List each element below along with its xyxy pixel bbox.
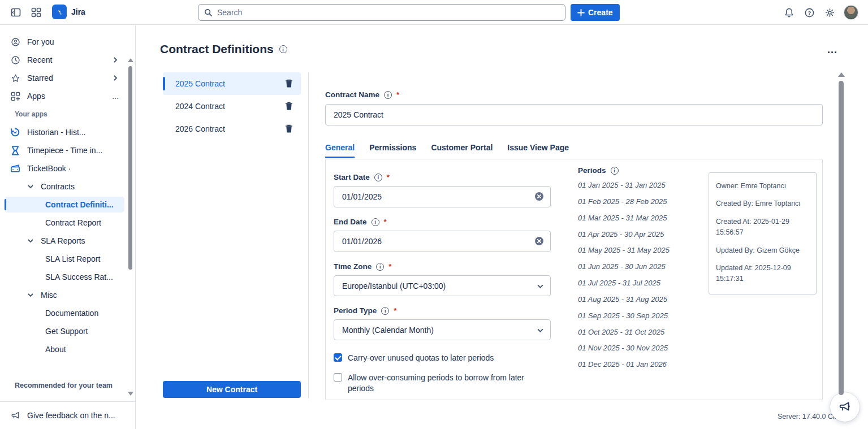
info-icon[interactable]: i <box>384 91 392 99</box>
main-scroll-up-arrow[interactable] <box>838 72 845 77</box>
chevron-right-icon[interactable] <box>112 57 119 63</box>
search-input[interactable]: Search <box>198 4 565 21</box>
contract-name-input[interactable] <box>325 104 823 125</box>
delete-trash-icon[interactable] <box>285 102 293 111</box>
required-asterisk: * <box>396 90 399 99</box>
period-item: 01 Aug 2025 - 31 Aug 2025 <box>578 294 674 305</box>
tab-permissions[interactable]: Permissions <box>369 143 416 158</box>
person-icon <box>10 37 20 47</box>
settings-gear-icon[interactable] <box>822 5 837 20</box>
sidebar-item-historian[interactable]: Historian - Hist... <box>5 124 124 140</box>
required-asterisk: * <box>384 218 387 226</box>
checkbox-label: Allow over-consuming periods to borrow f… <box>348 372 543 394</box>
start-date-input[interactable] <box>334 186 551 207</box>
give-feedback-button[interactable]: Give feedback on the n... <box>5 408 124 423</box>
app-switcher-icon[interactable] <box>28 5 44 20</box>
sidebar-item-contract-definitions[interactable]: Contract Definiti... <box>5 197 124 213</box>
notifications-icon[interactable] <box>781 5 797 20</box>
sidebar-scroll-down-arrow[interactable] <box>128 392 133 396</box>
feedback-floating-button[interactable] <box>830 392 860 422</box>
delete-trash-icon[interactable] <box>285 79 293 88</box>
info-icon[interactable]: i <box>376 263 384 271</box>
info-icon[interactable]: i <box>372 218 379 226</box>
sidebar-item-misc[interactable]: Misc <box>5 287 124 303</box>
sidebar-item-label: SLA Success Rat... <box>45 272 119 281</box>
borrow-checkbox[interactable] <box>334 373 342 382</box>
info-icon[interactable]: i <box>374 174 382 181</box>
chevron-down-icon <box>27 292 34 298</box>
sidebar-item-about[interactable]: About <box>5 341 124 357</box>
sidebar-item-contract-report[interactable]: Contract Report <box>5 215 124 231</box>
checkbox-label: Carry-over unused quotas to later period… <box>348 353 494 363</box>
info-icon[interactable]: i <box>381 307 389 315</box>
sidebar-item-timepiece[interactable]: Timepiece - Time in... <box>5 142 124 158</box>
period-item: 01 Jul 2025 - 31 Jul 2025 <box>578 278 674 289</box>
required-asterisk: * <box>394 306 396 315</box>
new-contract-button[interactable]: New Contract <box>163 381 301 398</box>
info-icon[interactable]: i <box>279 45 287 53</box>
sidebar-item-label: Apps <box>27 92 105 101</box>
contract-list-item[interactable]: 2025 Contract <box>163 72 301 95</box>
sidebar-item-sla-reports[interactable]: SLA Reports <box>5 233 124 249</box>
page-more-menu[interactable]: ... <box>827 44 837 56</box>
apps-grid-icon <box>10 92 20 101</box>
contract-name: 2025 Contract <box>175 79 285 88</box>
end-date-input[interactable] <box>334 231 551 252</box>
sidebar-item-for-you[interactable]: For you <box>5 34 124 50</box>
clear-field-icon[interactable] <box>534 192 544 201</box>
sidebar-item-ticketbook[interactable]: TicketBook · <box>5 161 124 176</box>
sidebar-item-get-support[interactable]: Get Support <box>5 323 124 339</box>
tab-general[interactable]: General <box>325 143 355 158</box>
collapse-sidebar-icon[interactable] <box>8 5 24 20</box>
period-type-select[interactable]: Monthly (Calendar Month) <box>334 319 551 340</box>
user-avatar[interactable] <box>844 5 858 20</box>
sidebar-scrollbar[interactable] <box>128 66 132 270</box>
delete-trash-icon[interactable] <box>285 124 293 133</box>
sidebar-item-label: Get Support <box>45 327 119 336</box>
sidebar-item-apps[interactable]: Apps ... <box>5 88 124 104</box>
search-placeholder: Search <box>217 8 242 17</box>
sidebar-item-label: Recent <box>27 55 105 64</box>
your-apps-heading: Your apps <box>15 110 47 118</box>
jira-logo-icon <box>52 5 67 19</box>
sidebar-item-contracts[interactable]: Contracts <box>5 179 124 194</box>
contract-list-item[interactable]: 2024 Contract <box>163 95 301 118</box>
info-icon[interactable]: i <box>611 167 619 175</box>
page-title: Contract Definitions <box>160 42 274 56</box>
sidebar-item-label: Documentation <box>45 309 119 318</box>
borrow-checkbox-row[interactable]: Allow over-consuming periods to borrow f… <box>334 372 551 394</box>
required-asterisk: * <box>387 173 390 181</box>
clear-field-icon[interactable] <box>534 236 544 246</box>
app-name: Jira <box>71 7 85 16</box>
chevron-right-icon[interactable] <box>112 75 119 81</box>
sidebar-item-label: TicketBook · <box>27 164 119 173</box>
sidebar-scroll-up-arrow[interactable] <box>128 58 133 62</box>
sidebar-item-sla-list-report[interactable]: SLA List Report <box>5 251 124 267</box>
tab-issue-view-page[interactable]: Issue View Page <box>507 143 569 158</box>
clock-icon <box>10 55 20 65</box>
periods-label: Periods <box>578 166 606 175</box>
jira-home-link[interactable]: Jira <box>52 5 85 19</box>
help-icon[interactable]: ? <box>801 5 817 20</box>
sidebar-item-documentation[interactable]: Documentation <box>5 305 124 321</box>
more-icon[interactable]: ... <box>112 92 119 101</box>
time-zone-select[interactable]: Europe/Istanbul (UTC+03:00) <box>334 275 551 296</box>
carry-over-checkbox-row[interactable]: Carry-over unused quotas to later period… <box>334 353 551 363</box>
create-button[interactable]: Create <box>571 4 620 21</box>
tab-customer-portal[interactable]: Customer Portal <box>431 143 493 158</box>
sidebar-item-label: Contracts <box>41 182 119 191</box>
period-item: 01 Feb 2025 - 28 Feb 2025 <box>578 197 674 207</box>
general-tab-panel: Start Date i * End Date i * <box>325 159 823 400</box>
required-asterisk: * <box>388 262 391 271</box>
carry-over-checkbox[interactable] <box>334 353 342 362</box>
recommended-heading: Recommended for your team <box>15 382 113 389</box>
contract-list-item[interactable]: 2026 Contract <box>163 118 301 140</box>
megaphone-icon <box>10 411 20 420</box>
contract-name: 2026 Contract <box>175 124 285 133</box>
period-item: 01 Sep 2025 - 30 Sep 2025 <box>578 311 674 322</box>
sidebar-item-sla-success-rate[interactable]: SLA Success Rat... <box>5 269 124 285</box>
main-scrollbar[interactable] <box>839 81 844 395</box>
end-date-label: End Date <box>334 218 367 226</box>
sidebar-item-recent[interactable]: Recent <box>5 52 124 68</box>
sidebar-item-starred[interactable]: Starred <box>5 70 124 86</box>
